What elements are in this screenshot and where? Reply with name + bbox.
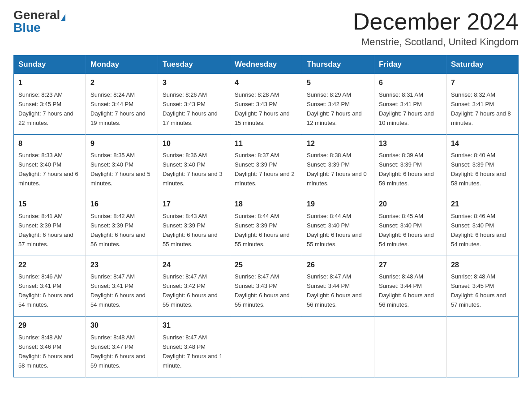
calendar-cell: 19Sunrise: 8:44 AMSunset: 3:40 PMDayligh… [302, 195, 374, 256]
calendar-cell [446, 317, 519, 377]
day-info: Sunrise: 8:39 AMSunset: 3:39 PMDaylight:… [379, 152, 434, 187]
day-info: Sunrise: 8:48 AMSunset: 3:47 PMDaylight:… [90, 334, 146, 369]
calendar-cell: 10Sunrise: 8:36 AMSunset: 3:40 PMDayligh… [158, 134, 230, 195]
calendar-cell [302, 317, 374, 377]
weekday-header-thursday: Thursday [302, 56, 374, 74]
day-info: Sunrise: 8:43 AMSunset: 3:39 PMDaylight:… [163, 213, 218, 248]
calendar-cell: 31Sunrise: 8:47 AMSunset: 3:48 PMDayligh… [158, 317, 230, 377]
calendar-cell: 30Sunrise: 8:48 AMSunset: 3:47 PMDayligh… [86, 317, 158, 377]
day-info: Sunrise: 8:44 AMSunset: 3:40 PMDaylight:… [307, 213, 362, 248]
calendar-cell: 24Sunrise: 8:47 AMSunset: 3:42 PMDayligh… [158, 256, 230, 316]
day-number: 1 [18, 77, 81, 89]
logo-triangle-icon [61, 14, 65, 21]
calendar-week-3: 15Sunrise: 8:41 AMSunset: 3:39 PMDayligh… [14, 195, 519, 256]
day-number: 7 [451, 77, 514, 89]
calendar-cell: 25Sunrise: 8:47 AMSunset: 3:43 PMDayligh… [230, 256, 302, 316]
day-number: 22 [18, 260, 81, 271]
day-number: 24 [163, 260, 225, 271]
calendar-cell: 7Sunrise: 8:32 AMSunset: 3:41 PMDaylight… [446, 74, 519, 134]
calendar-cell: 13Sunrise: 8:39 AMSunset: 3:39 PMDayligh… [374, 134, 446, 195]
day-info: Sunrise: 8:47 AMSunset: 3:42 PMDaylight:… [163, 273, 218, 308]
calendar-cell: 20Sunrise: 8:45 AMSunset: 3:40 PMDayligh… [374, 195, 446, 256]
day-info: Sunrise: 8:29 AMSunset: 3:42 PMDaylight:… [307, 91, 362, 126]
calendar-week-4: 22Sunrise: 8:46 AMSunset: 3:41 PMDayligh… [14, 256, 519, 316]
calendar-table: SundayMondayTuesdayWednesdayThursdayFrid… [13, 55, 519, 377]
calendar-cell: 15Sunrise: 8:41 AMSunset: 3:39 PMDayligh… [14, 195, 86, 256]
calendar-cell: 17Sunrise: 8:43 AMSunset: 3:39 PMDayligh… [158, 195, 230, 256]
day-number: 30 [90, 320, 153, 331]
day-number: 8 [18, 138, 81, 150]
header: General Blue December 2024 Menstrie, Sco… [13, 9, 519, 48]
calendar-week-5: 29Sunrise: 8:48 AMSunset: 3:46 PMDayligh… [14, 317, 519, 377]
day-info: Sunrise: 8:41 AMSunset: 3:39 PMDaylight:… [18, 213, 73, 248]
calendar-cell: 3Sunrise: 8:26 AMSunset: 3:43 PMDaylight… [158, 74, 230, 134]
day-info: Sunrise: 8:47 AMSunset: 3:48 PMDaylight:… [163, 334, 223, 369]
logo: General Blue [13, 9, 65, 34]
logo-general-line: General [13, 9, 65, 21]
day-info: Sunrise: 8:23 AMSunset: 3:45 PMDaylight:… [18, 91, 73, 126]
calendar-cell: 23Sunrise: 8:47 AMSunset: 3:41 PMDayligh… [86, 256, 158, 316]
calendar-cell: 27Sunrise: 8:48 AMSunset: 3:44 PMDayligh… [374, 256, 446, 316]
day-number: 21 [451, 199, 514, 210]
day-info: Sunrise: 8:28 AMSunset: 3:43 PMDaylight:… [235, 91, 290, 126]
day-info: Sunrise: 8:38 AMSunset: 3:39 PMDaylight:… [307, 152, 367, 187]
day-number: 15 [18, 199, 81, 210]
calendar-cell: 14Sunrise: 8:40 AMSunset: 3:39 PMDayligh… [446, 134, 519, 195]
day-info: Sunrise: 8:40 AMSunset: 3:39 PMDaylight:… [451, 152, 506, 187]
day-info: Sunrise: 8:48 AMSunset: 3:46 PMDaylight:… [18, 334, 73, 369]
calendar-cell: 22Sunrise: 8:46 AMSunset: 3:41 PMDayligh… [14, 256, 86, 316]
day-info: Sunrise: 8:45 AMSunset: 3:40 PMDaylight:… [379, 213, 434, 248]
day-number: 18 [235, 199, 297, 210]
logo-general-text: General [13, 8, 60, 22]
day-info: Sunrise: 8:36 AMSunset: 3:40 PMDaylight:… [163, 152, 223, 187]
weekday-header-sunday: Sunday [14, 56, 86, 74]
weekday-header-row: SundayMondayTuesdayWednesdayThursdayFrid… [14, 56, 519, 74]
calendar-cell: 4Sunrise: 8:28 AMSunset: 3:43 PMDaylight… [230, 74, 302, 134]
day-number: 9 [90, 138, 153, 150]
weekday-header-wednesday: Wednesday [230, 56, 302, 74]
day-info: Sunrise: 8:37 AMSunset: 3:39 PMDaylight:… [235, 152, 295, 187]
day-info: Sunrise: 8:24 AMSunset: 3:44 PMDaylight:… [90, 91, 146, 126]
day-number: 12 [307, 138, 369, 150]
calendar-cell: 12Sunrise: 8:38 AMSunset: 3:39 PMDayligh… [302, 134, 374, 195]
day-number: 6 [379, 77, 442, 89]
day-number: 13 [379, 138, 442, 150]
day-number: 5 [307, 77, 369, 89]
calendar-cell [230, 317, 302, 377]
day-number: 10 [163, 138, 225, 150]
calendar-week-1: 1Sunrise: 8:23 AMSunset: 3:45 PMDaylight… [14, 74, 519, 134]
day-number: 19 [307, 199, 369, 210]
day-number: 2 [90, 77, 153, 89]
day-number: 31 [163, 320, 225, 331]
day-info: Sunrise: 8:32 AMSunset: 3:41 PMDaylight:… [451, 91, 511, 126]
calendar-cell: 5Sunrise: 8:29 AMSunset: 3:42 PMDaylight… [302, 74, 374, 134]
day-number: 11 [235, 138, 297, 150]
calendar-cell: 21Sunrise: 8:46 AMSunset: 3:40 PMDayligh… [446, 195, 519, 256]
calendar-cell: 8Sunrise: 8:33 AMSunset: 3:40 PMDaylight… [14, 134, 86, 195]
calendar-cell: 2Sunrise: 8:24 AMSunset: 3:44 PMDaylight… [86, 74, 158, 134]
day-info: Sunrise: 8:48 AMSunset: 3:45 PMDaylight:… [451, 273, 506, 308]
weekday-header-friday: Friday [374, 56, 446, 74]
day-info: Sunrise: 8:46 AMSunset: 3:41 PMDaylight:… [18, 273, 73, 308]
day-number: 25 [235, 260, 297, 271]
day-info: Sunrise: 8:33 AMSunset: 3:40 PMDaylight:… [18, 152, 78, 187]
calendar-body: 1Sunrise: 8:23 AMSunset: 3:45 PMDaylight… [14, 74, 519, 377]
day-number: 27 [379, 260, 442, 271]
day-info: Sunrise: 8:48 AMSunset: 3:44 PMDaylight:… [379, 273, 434, 308]
day-number: 23 [90, 260, 153, 271]
calendar-cell: 11Sunrise: 8:37 AMSunset: 3:39 PMDayligh… [230, 134, 302, 195]
location-title: Menstrie, Scotland, United Kingdom [353, 36, 519, 48]
calendar-cell: 29Sunrise: 8:48 AMSunset: 3:46 PMDayligh… [14, 317, 86, 377]
calendar-cell: 18Sunrise: 8:44 AMSunset: 3:39 PMDayligh… [230, 195, 302, 256]
day-info: Sunrise: 8:42 AMSunset: 3:39 PMDaylight:… [90, 213, 146, 248]
day-info: Sunrise: 8:47 AMSunset: 3:44 PMDaylight:… [307, 273, 362, 308]
day-info: Sunrise: 8:46 AMSunset: 3:40 PMDaylight:… [451, 213, 506, 248]
day-number: 3 [163, 77, 225, 89]
day-info: Sunrise: 8:31 AMSunset: 3:41 PMDaylight:… [379, 91, 434, 126]
day-number: 26 [307, 260, 369, 271]
day-number: 14 [451, 138, 514, 150]
day-info: Sunrise: 8:35 AMSunset: 3:40 PMDaylight:… [90, 152, 150, 187]
day-info: Sunrise: 8:26 AMSunset: 3:43 PMDaylight:… [163, 91, 218, 126]
day-number: 29 [18, 320, 81, 331]
day-number: 16 [90, 199, 153, 210]
